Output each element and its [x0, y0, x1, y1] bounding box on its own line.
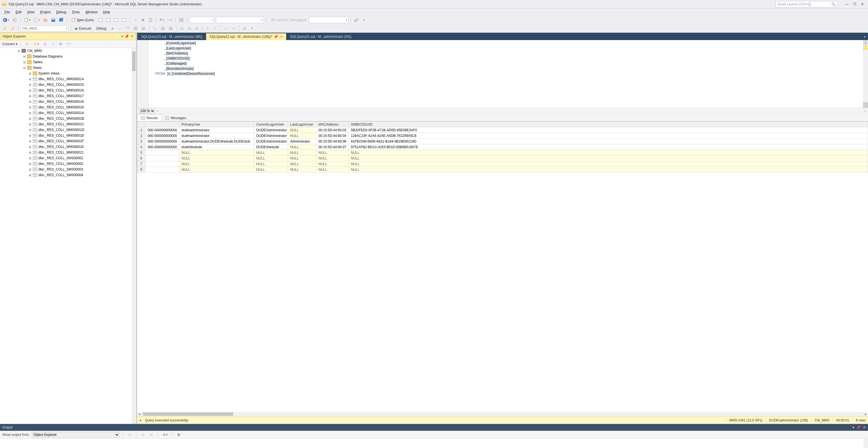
- include-client-stats-button[interactable]: [167, 25, 174, 32]
- tree-node-view[interactable]: ⊞dbo._RES_COLL_MMS0001E: [0, 133, 136, 138]
- grid-cell[interactable]: 00:15:5D:44:60:04: [316, 133, 349, 139]
- grid-cell[interactable]: NULL: [316, 155, 349, 161]
- grid-cell[interactable]: NULL: [316, 167, 349, 173]
- query-options-button[interactable]: [132, 25, 139, 32]
- grid-cell[interactable]: NULL: [254, 150, 288, 155]
- tab-pin-icon[interactable]: 📌: [274, 35, 278, 39]
- grid-cell[interactable]: 000-000000000000: [145, 133, 179, 139]
- split-editor-icon[interactable]: ↕: [863, 40, 868, 45]
- uncomment-button[interactable]: ≡: [212, 25, 218, 32]
- cut-button[interactable]: ✂: [132, 17, 138, 23]
- tab-results[interactable]: Results: [137, 114, 161, 121]
- grid-cell[interactable]: [145, 155, 179, 161]
- new-file-button[interactable]: ▾: [32, 17, 41, 23]
- panel-dropdown-icon[interactable]: ▾: [121, 34, 123, 38]
- table-row[interactable]: 5NULLNULLNULLNULLNULL: [137, 150, 868, 155]
- tree-node-view[interactable]: ⊞dbo._RES_COLL_MMS0001D: [0, 127, 136, 133]
- tree-node-system-views[interactable]: ⊞System Views: [0, 70, 136, 76]
- save-button[interactable]: [50, 17, 57, 23]
- grid-cell[interactable]: [145, 161, 179, 167]
- grid-cell[interactable]: NULL: [288, 161, 316, 167]
- specify-values-button[interactable]: ⊞: [241, 25, 248, 32]
- tree-node-view[interactable]: ⊞dbo._RES_COLL_MMS0001C: [0, 121, 136, 127]
- copy-button[interactable]: ⧉: [140, 17, 146, 23]
- grid-cell[interactable]: NULL: [288, 155, 316, 161]
- tree-node-view[interactable]: ⊞dbo._RES_COLL_SMS00004: [0, 172, 136, 178]
- debugger-target-combo[interactable]: ▾: [309, 17, 348, 23]
- output-dropdown-icon[interactable]: ▾: [852, 425, 854, 429]
- grid-cell[interactable]: NULL: [316, 161, 349, 167]
- zoom-combo[interactable]: 100 %: [139, 109, 155, 114]
- execute-button[interactable]: ▶Execute: [73, 25, 93, 32]
- nav-back-button[interactable]: ▾: [2, 17, 10, 23]
- grid-cell[interactable]: NULL: [288, 144, 316, 150]
- toolbar2-options-button[interactable]: ▾: [249, 25, 255, 32]
- output-clear-icon[interactable]: ✕≡: [161, 431, 168, 438]
- tree-node-view[interactable]: ⊞dbo._RES_COLL_MMS00016: [0, 88, 136, 93]
- sql-editor[interactable]: ,[CurrentLogonUser] ,[LastLogonUser] ,[M…: [137, 40, 868, 108]
- decrease-indent-button[interactable]: ⇤: [223, 25, 229, 32]
- grid-cell[interactable]: NULL: [316, 150, 349, 155]
- oe-filter2-icon[interactable]: ▽: [50, 41, 56, 47]
- output-wrap-icon[interactable]: ⊞: [176, 431, 182, 438]
- tab-messages[interactable]: Messages: [161, 114, 190, 121]
- menu-window[interactable]: Window: [83, 9, 100, 15]
- grid-column-header[interactable]: PrimaryUser: [179, 122, 254, 127]
- output-pin-icon[interactable]: 📌: [857, 425, 861, 429]
- output-find-icon[interactable]: ⊡: [126, 431, 133, 438]
- tree-node-view[interactable]: ⊞dbo._RES_COLL_SMS00001: [0, 155, 136, 161]
- stop-button[interactable]: ■: [110, 25, 116, 32]
- output-source-combo[interactable]: Object Explorer: [32, 432, 119, 438]
- redo-button[interactable]: ↷▾: [166, 17, 173, 23]
- close-button[interactable]: ✕: [859, 1, 866, 7]
- results-to-text-button[interactable]: ⊞: [179, 25, 185, 32]
- undo-button[interactable]: ↶▾: [158, 17, 165, 23]
- panel-close-icon[interactable]: ✕: [131, 34, 133, 38]
- output-body[interactable]: [0, 439, 868, 448]
- menu-file[interactable]: File: [2, 9, 13, 15]
- grid-cell[interactable]: dude\administrator: [179, 127, 254, 133]
- open-button[interactable]: [42, 17, 49, 23]
- comment-button[interactable]: ≡: [205, 25, 211, 32]
- menu-debug[interactable]: Debug: [53, 9, 69, 15]
- editor-overview-ruler[interactable]: ↕: [863, 40, 868, 108]
- database-combo[interactable]: CM_MMS▾: [21, 25, 69, 32]
- tabstrip-overflow-button[interactable]: ▾: [861, 33, 868, 40]
- table-row[interactable]: 3000-000000000000dude\administrator,DUDE…: [137, 139, 868, 144]
- table-row[interactable]: 4000-000000000000dude\thedudeDUDE\thedud…: [137, 144, 868, 150]
- grid-column-header[interactable]: LastLogonUser: [288, 122, 316, 127]
- table-row[interactable]: 7NULLNULLNULLNULLNULL: [137, 161, 868, 167]
- include-live-stats-button[interactable]: [159, 25, 166, 32]
- object-explorer-tree[interactable]: ⊟CM_MMS ⊞Database Diagrams ⊞Tables ⊟View…: [0, 48, 136, 424]
- tree-node-view[interactable]: ⊞dbo._RES_COLL_MMS00021: [0, 150, 136, 155]
- grid-cell[interactable]: NULL: [349, 167, 868, 173]
- change-connection-button[interactable]: ⚡: [9, 25, 16, 32]
- tree-node-tables[interactable]: ⊞Tables: [0, 59, 136, 65]
- include-actual-plan-button[interactable]: [152, 25, 158, 32]
- tab-close-icon[interactable]: ✕: [280, 35, 283, 39]
- table-row[interactable]: 8NULLNULLNULLNULLNULL: [137, 167, 868, 173]
- tree-node-database-diagrams[interactable]: ⊞Database Diagrams: [0, 54, 136, 59]
- grid-cell[interactable]: NULL: [349, 150, 868, 155]
- grid-cell[interactable]: NULL: [254, 155, 288, 161]
- output-close-icon[interactable]: ✕: [863, 425, 866, 429]
- grid-cell[interactable]: NULL: [288, 150, 316, 155]
- connect-button[interactable]: ⚡: [2, 25, 8, 32]
- results-grid[interactable]: PrimaryUserCurrentLogonUserLastLogonUser…: [137, 121, 868, 173]
- results-to-file-button[interactable]: ⊞: [194, 25, 200, 32]
- oe-disconnect-icon[interactable]: ⚡: [24, 41, 30, 47]
- grid-cell[interactable]: 00:15:5D:44:60:03: [316, 127, 349, 133]
- grid-cell[interactable]: 9751AFB2-BD1A-4253-B51D-65B6B51907E: [349, 144, 868, 150]
- mdx-query-button[interactable]: [97, 17, 104, 23]
- grid-cell[interactable]: DUDE\Administrator: [254, 139, 288, 144]
- tree-node-view[interactable]: ⊞dbo._RES_COLL_MMS0001F: [0, 138, 136, 144]
- generic-debugger-combo[interactable]: Generic Debugger ▾: [269, 17, 308, 23]
- results-h-scrollbar[interactable]: ◂▸: [137, 412, 868, 416]
- new-query-button[interactable]: New Query: [69, 17, 96, 23]
- oe-activity-icon[interactable]: 〰: [65, 41, 72, 47]
- table-row[interactable]: 6NULLNULLNULLNULLNULL: [137, 155, 868, 161]
- grid-cell[interactable]: NULL: [288, 133, 316, 139]
- tree-node-view[interactable]: ⊞dbo._RES_COLL_MMS0001B: [0, 116, 136, 121]
- grid-cell[interactable]: 000-000000000000: [145, 127, 179, 133]
- tab-query22[interactable]: SQLQuery22.sql - M...dministrator (106))…: [206, 33, 286, 40]
